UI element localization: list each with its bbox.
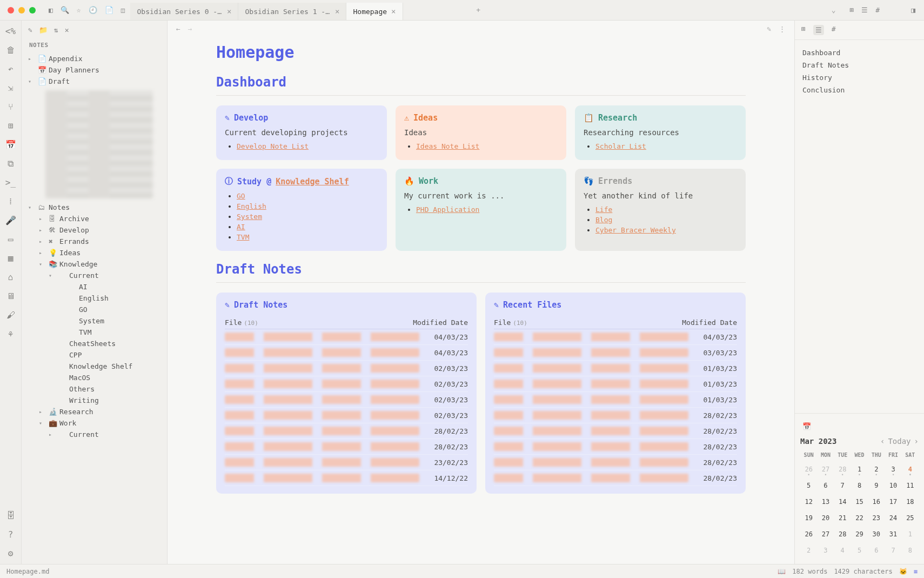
document-icon[interactable]: 📄	[105, 6, 113, 14]
chevron-icon[interactable]: ▾	[39, 261, 45, 267]
card-link[interactable]: Ideas Note List	[416, 142, 479, 150]
status-list-icon[interactable]: ≡	[914, 568, 918, 575]
cal-day[interactable]: 30	[868, 527, 885, 541]
cal-next-icon[interactable]: ›	[914, 437, 919, 446]
cal-day[interactable]: 22	[851, 511, 868, 525]
tree-item[interactable]: ▾🗂Notes	[25, 202, 164, 213]
card-link[interactable]: Cyber Bracer Weekly	[595, 226, 676, 234]
close-icon[interactable]: ×	[335, 7, 339, 16]
tree-item[interactable]: English	[25, 293, 164, 304]
card-link[interactable]: English	[237, 202, 266, 210]
chevron-icon[interactable]: ▾	[49, 273, 55, 278]
table-row[interactable]: 14/12/22	[225, 470, 468, 486]
table-icon[interactable]: ⊞	[801, 25, 806, 35]
new-tab-button[interactable]: +	[470, 2, 487, 18]
cal-day[interactable]: 1	[902, 527, 919, 541]
tree-item[interactable]: Knowledge Shelf	[25, 361, 164, 372]
chevron-icon[interactable]: ▾	[28, 204, 35, 210]
cal-day[interactable]: 27	[817, 462, 834, 476]
chevron-icon[interactable]: ▸	[28, 56, 35, 62]
chevron-icon[interactable]: ▸	[39, 250, 45, 256]
cal-prev-icon[interactable]: ‹	[880, 437, 885, 446]
calendar-icon[interactable]: 📅	[802, 422, 811, 430]
book-icon[interactable]: 📖	[778, 568, 786, 575]
table-row[interactable]: 28/02/23	[494, 470, 737, 486]
tree-item[interactable]: ▾📄Draft	[25, 76, 164, 87]
table-row[interactable]: 04/03/23	[494, 329, 737, 345]
table-row[interactable]: 28/02/23	[225, 423, 468, 439]
search-icon[interactable]: 🔍	[61, 6, 69, 14]
help-icon[interactable]: ?	[8, 529, 14, 540]
monitor-icon[interactable]: 🖥	[6, 291, 15, 301]
card-link[interactable]: System	[237, 212, 262, 221]
nav-forward-icon[interactable]: →	[188, 25, 192, 33]
card-link[interactable]: GO	[237, 192, 245, 200]
cal-day[interactable]: 13	[817, 495, 834, 509]
card-link[interactable]: Life	[595, 205, 612, 214]
cal-day[interactable]: 14	[834, 495, 851, 509]
close-icon[interactable]: ×	[227, 7, 231, 16]
cal-day[interactable]: 5	[851, 543, 868, 557]
more-icon[interactable]: ⋮	[779, 25, 786, 33]
card-link[interactable]: AI	[237, 223, 245, 231]
tag-icon[interactable]: #	[875, 6, 880, 14]
table-row[interactable]: 04/03/23	[225, 329, 468, 345]
cal-day[interactable]: 3	[817, 543, 834, 557]
cal-day[interactable]: 5	[800, 479, 817, 493]
tree-item[interactable]: TVM	[25, 327, 164, 338]
outline-icon[interactable]: ☰	[813, 25, 824, 35]
table-row[interactable]: 28/02/23	[494, 439, 737, 455]
chevron-icon[interactable]: ▾	[28, 78, 35, 84]
cal-day[interactable]: 1	[851, 462, 868, 476]
cal-day[interactable]: 27	[817, 527, 834, 541]
window-close[interactable]	[8, 7, 14, 14]
cal-day[interactable]: 20	[817, 511, 834, 525]
tree-item[interactable]: ▸✖Errands	[25, 236, 164, 247]
table-view-icon[interactable]: ⊞	[850, 6, 854, 14]
panels-icon[interactable]: ◫	[121, 6, 125, 14]
cal-day[interactable]: 26	[800, 527, 817, 541]
cal-day[interactable]: 17	[885, 495, 901, 509]
cal-day[interactable]: 29	[851, 527, 868, 541]
tree-item[interactable]: MacOS	[25, 372, 164, 383]
table-row[interactable]: 03/03/23	[494, 345, 737, 361]
chevron-icon[interactable]: ▸	[39, 238, 45, 244]
card-link[interactable]: Develop Note List	[237, 142, 309, 150]
cal-today-button[interactable]: Today	[888, 437, 910, 446]
table-row[interactable]: 01/03/23	[494, 361, 737, 376]
card-link[interactable]: TVM	[237, 233, 249, 241]
outline-item[interactable]: Conclusion	[802, 84, 916, 96]
share-icon[interactable]: ⚘	[8, 329, 14, 339]
cal-day[interactable]: 24	[885, 511, 901, 525]
cal-day[interactable]: 10	[885, 479, 901, 493]
home-icon[interactable]: ⌂	[8, 272, 14, 282]
cal-day[interactable]: 16	[868, 495, 885, 509]
list-view-icon[interactable]: ☰	[861, 6, 868, 14]
tree-item[interactable]: ▸🔬Research	[25, 406, 164, 417]
chevron-icon[interactable]: ▸	[39, 409, 45, 415]
outline-item[interactable]: Draft Notes	[802, 59, 916, 71]
table-row[interactable]: 04/03/23	[225, 345, 468, 361]
tree-item[interactable]: ▸Current	[25, 429, 164, 440]
cal-day[interactable]: 28	[834, 527, 851, 541]
tab[interactable]: Homepage×	[346, 3, 403, 20]
trash-icon[interactable]: 🗑	[6, 45, 15, 55]
new-note-icon[interactable]: ✎	[28, 26, 32, 34]
terminal-icon[interactable]: >_	[5, 177, 16, 188]
tag-icon[interactable]: #	[832, 25, 836, 35]
cal-day[interactable]: 28	[834, 462, 851, 476]
chevron-icon[interactable]: ▾	[39, 420, 45, 426]
table-row[interactable]: 01/03/23	[494, 376, 737, 392]
close-icon[interactable]: ×	[391, 7, 396, 16]
sidebar-left-toggle-icon[interactable]: ◧	[49, 6, 53, 14]
tree-item[interactable]: ▸🛠Develop	[25, 224, 164, 236]
cal-day[interactable]: 4	[834, 543, 851, 557]
cal-day[interactable]: 6	[817, 479, 834, 493]
tree-item[interactable]: AI	[25, 281, 164, 293]
tab-dropdown-icon[interactable]: ⌄	[826, 6, 841, 14]
status-cat-icon[interactable]: 🐱	[899, 568, 907, 575]
table-row[interactable]: 28/02/23	[494, 408, 737, 423]
cal-day[interactable]: 2	[800, 543, 817, 557]
table-row[interactable]: 02/03/23	[225, 392, 468, 408]
nav-back-icon[interactable]: ←	[176, 25, 180, 33]
